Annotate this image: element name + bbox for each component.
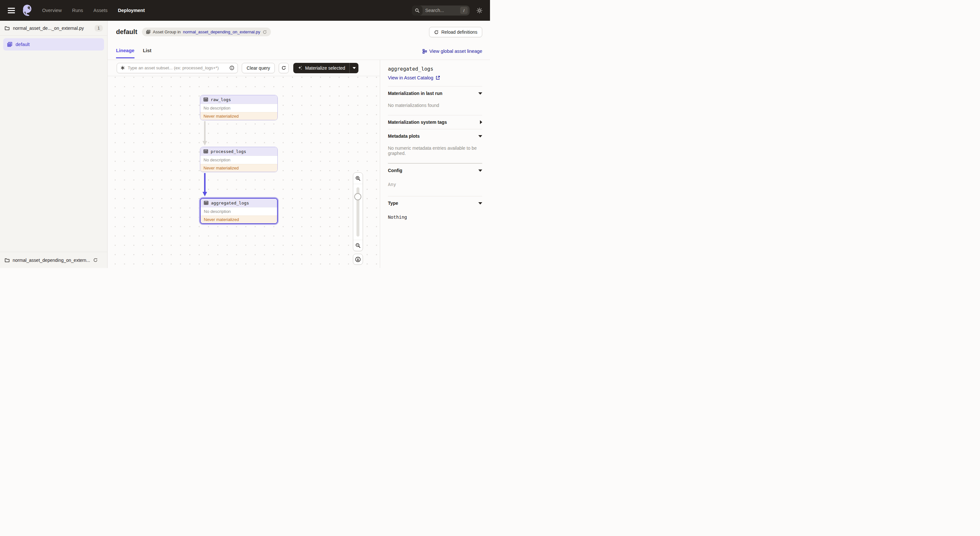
- zoom-control: [353, 172, 363, 251]
- external-link-icon: [436, 75, 440, 80]
- asset-group-breadcrumb: Asset Group in normal_asset_depending_on…: [142, 27, 271, 36]
- reload-definitions-label: Reload definitions: [441, 30, 477, 35]
- refresh-graph-button[interactable]: [279, 63, 289, 73]
- asset-description: No description: [200, 104, 277, 112]
- asset-node-aggregated-logs[interactable]: aggregated_logs No description Never mat…: [200, 198, 278, 224]
- nav-item-overview[interactable]: Overview: [42, 8, 62, 13]
- chevron-right-icon: [480, 120, 482, 124]
- section-label: Metadata plots: [388, 134, 420, 139]
- zoom-slider-thumb[interactable]: [354, 193, 361, 200]
- clear-query-label: Clear query: [247, 65, 270, 71]
- zoom-in-button[interactable]: [353, 173, 363, 184]
- view-in-asset-catalog-label: View in Asset Catalog: [388, 75, 433, 80]
- view-in-asset-catalog-link[interactable]: View in Asset Catalog: [388, 75, 482, 80]
- chevron-down-icon: [478, 202, 482, 205]
- clear-query-button[interactable]: Clear query: [242, 63, 275, 73]
- sidebar-code-location-footer[interactable]: normal_asset_depending_on_extern...: [0, 252, 107, 268]
- asset-subset-query-input[interactable]: [117, 63, 238, 73]
- chevron-down-icon: [478, 135, 482, 137]
- chevron-down-icon: [478, 170, 482, 172]
- nav-item-deployment[interactable]: Deployment: [118, 8, 145, 13]
- dagster-logo[interactable]: [21, 3, 33, 17]
- view-global-asset-lineage-label: View global asset lineage: [430, 49, 482, 54]
- nav-right: /: [412, 5, 485, 16]
- section-header[interactable]: Materialization system tags: [388, 115, 482, 129]
- section-label: Type: [388, 200, 398, 206]
- nav-item-runs[interactable]: Runs: [72, 8, 83, 13]
- hamburger-menu-icon[interactable]: [5, 4, 18, 16]
- section-metadata-plots: Metadata plots No numeric metadata entri…: [388, 129, 482, 163]
- lineage-graph[interactable]: raw_logs No description Never materializ…: [108, 76, 380, 268]
- table-icon: [204, 200, 208, 205]
- asset-selector-icon: [120, 65, 125, 70]
- asset-subset-input[interactable]: [128, 65, 227, 70]
- section-type: Type Nothing: [388, 196, 482, 229]
- reload-icon[interactable]: [93, 258, 98, 262]
- asset-name: aggregated_logs: [211, 200, 249, 205]
- asset-name: raw_logs: [211, 97, 231, 102]
- section-body: No numeric metadata entries available to…: [388, 143, 482, 163]
- asset-node-processed-logs[interactable]: processed_logs No description Never mate…: [200, 147, 278, 172]
- group-name: default: [16, 42, 30, 47]
- code-location-name: normal_asset_de..._on_external.py: [13, 25, 84, 31]
- code-location-link[interactable]: normal_asset_depending_on_external.py: [183, 30, 261, 34]
- table-icon: [204, 149, 208, 154]
- edge-processed-to-aggregated: [202, 173, 207, 197]
- table-icon: [204, 97, 208, 102]
- asset-group-icon: [146, 30, 151, 34]
- asset-node-header: raw_logs: [200, 95, 277, 104]
- refresh-icon: [281, 65, 286, 70]
- materialize-selected-label: Materialize selected: [305, 65, 345, 71]
- reload-icon[interactable]: [262, 30, 267, 34]
- asset-node-raw-logs[interactable]: raw_logs No description Never materializ…: [200, 95, 278, 120]
- breadcrumb-prefix: Asset Group in: [153, 30, 181, 34]
- asset-node-header: aggregated_logs: [200, 199, 277, 207]
- section-materialization-in-last-run: Materialization in last run No materiali…: [388, 86, 482, 115]
- sidebar-code-location-header[interactable]: normal_asset_de..._on_external.py 1: [0, 21, 107, 36]
- section-header[interactable]: Materialization in last run: [388, 86, 482, 100]
- download-graph-button[interactable]: [353, 254, 363, 265]
- nav-item-assets[interactable]: Assets: [93, 8, 108, 13]
- panel-sections: Materialization in last run No materiali…: [388, 86, 482, 229]
- materialize-dropdown-caret[interactable]: [350, 63, 358, 73]
- settings-gear-icon[interactable]: [476, 7, 483, 14]
- chevron-down-icon: [353, 67, 356, 69]
- sparkle-icon: [298, 65, 302, 70]
- nav-links: Overview Runs Assets Deployment: [42, 8, 145, 13]
- code-location-name: normal_asset_depending_on_extern...: [13, 258, 90, 263]
- graph-toolbar: Clear query: [108, 60, 380, 76]
- zoom-slider[interactable]: [353, 184, 363, 240]
- section-label: Materialization system tags: [388, 119, 447, 125]
- asset-group-icon: [7, 41, 13, 47]
- asset-status: Never materialized: [200, 112, 277, 120]
- page-title: default: [116, 28, 137, 36]
- asset-description: No description: [200, 156, 277, 164]
- materialize-selected-button[interactable]: Materialize selected: [293, 63, 358, 73]
- search-input[interactable]: [423, 8, 460, 13]
- search-icon: [412, 5, 423, 16]
- info-icon[interactable]: [229, 65, 234, 70]
- asset-count-badge: 1: [95, 25, 103, 32]
- section-body: Nothing: [388, 210, 482, 229]
- section-header[interactable]: Type: [388, 196, 482, 210]
- asset-node-header: processed_logs: [200, 147, 277, 156]
- asset-name: processed_logs: [211, 149, 246, 154]
- section-label: Materialization in last run: [388, 91, 442, 96]
- zoom-out-button[interactable]: [353, 240, 363, 251]
- folder-icon: [5, 258, 10, 263]
- sidebar-item-default-group[interactable]: default: [3, 38, 104, 51]
- lineage-graph-icon: [422, 49, 427, 54]
- search-shortcut-key: /: [460, 7, 468, 14]
- section-body: No materializations found: [388, 100, 482, 115]
- top-nav: Overview Runs Assets Deployment /: [0, 0, 490, 21]
- view-global-asset-lineage-link[interactable]: View global asset lineage: [422, 49, 482, 54]
- main-area: default Asset Group in normal_asset_depe…: [108, 21, 490, 268]
- section-header[interactable]: Metadata plots: [388, 129, 482, 143]
- global-search[interactable]: /: [412, 5, 469, 16]
- tab-list[interactable]: List: [143, 48, 152, 58]
- reload-definitions-button[interactable]: Reload definitions: [429, 27, 482, 37]
- section-header[interactable]: Config: [388, 164, 482, 177]
- lineage-canvas: Clear query: [108, 60, 380, 268]
- section-label: Config: [388, 168, 402, 173]
- tab-lineage[interactable]: Lineage: [116, 48, 135, 58]
